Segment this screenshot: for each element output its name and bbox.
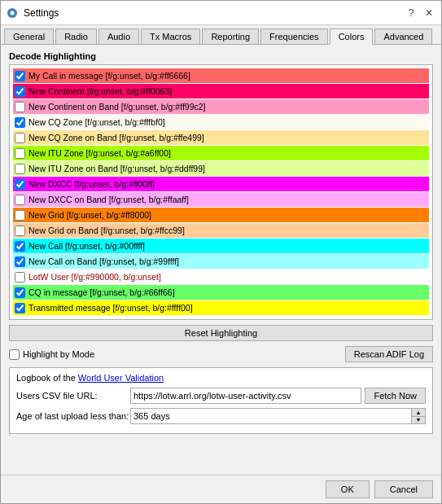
highlight-row-label: New Continent [f/g:unset, b/g:#ff0063] <box>28 86 172 96</box>
ok-button[interactable]: OK <box>326 480 370 498</box>
logbook-section: Logbook of the World User Validation Use… <box>9 367 433 434</box>
settings-icon <box>6 7 19 20</box>
highlight-row-checkbox-10[interactable] <box>15 226 25 236</box>
highlight-row-label: CQ in message [f/g:unset, b/g:#66ff66] <box>28 287 175 297</box>
close-button[interactable]: ✕ <box>422 6 436 20</box>
tab-tx-macros[interactable]: Tx Macros <box>141 28 200 44</box>
tab-advanced[interactable]: Advanced <box>374 28 432 44</box>
highlight-row: My Call in message [f/g:unset, b/g:#ff66… <box>13 68 429 83</box>
title-bar: Settings ? ✕ <box>1 1 441 25</box>
reset-highlighting-button[interactable]: Reset Highlighting <box>9 325 433 341</box>
highlight-row-label: New ITU Zone on Band [f/g:unset, b/g:#dd… <box>28 164 205 173</box>
highlight-row-checkbox-13[interactable] <box>15 272 25 283</box>
highlight-row-checkbox-5[interactable] <box>15 148 25 159</box>
decode-highlighting-label: Decode Highlighting <box>9 51 433 61</box>
cancel-button[interactable]: Cancel <box>374 480 433 498</box>
highlight-row-checkbox-0[interactable] <box>15 71 25 81</box>
highlight-row: New CQ Zone [f/g:unset, b/g:#fffbf0] <box>13 115 429 129</box>
footer: OK Cancel <box>1 475 441 503</box>
fetch-now-button[interactable]: Fetch Now <box>365 388 426 404</box>
tab-radio[interactable]: Radio <box>55 28 97 44</box>
highlight-row: New CQ Zone on Band [f/g:unset, b/g:#ffe… <box>13 130 429 145</box>
highlight-row-label: New CQ Zone [f/g:unset, b/g:#fffbf0] <box>28 117 165 127</box>
highlight-row: New Continent [f/g:unset, b/g:#ff0063] <box>13 84 429 99</box>
spinner-buttons: ▲ ▼ <box>412 408 426 424</box>
highlight-row-label: Transmitted message [f/g:unset, b/g:#fff… <box>28 303 193 313</box>
highlight-row-checkbox-12[interactable] <box>15 256 25 267</box>
highlight-row-label: New Grid on Band [f/g:unset, b/g:#ffcc99… <box>28 226 185 235</box>
csv-url-row: Users CSV file URL: Fetch Now <box>16 388 426 404</box>
highlight-row: New Continent on Band [f/g:unset, b/g:#f… <box>13 99 429 114</box>
rescan-adif-button[interactable]: Rescan ADIF Log <box>345 346 433 362</box>
age-spinner: ▲ ▼ <box>130 408 426 424</box>
age-label: Age of last upload less than: <box>16 411 130 421</box>
highlight-row: LotW User [f/g:#990000, b/g:unset] <box>13 270 429 284</box>
highlight-row-checkbox-14[interactable] <box>15 287 25 298</box>
highlight-mode-label: Highlight by Mode <box>23 349 94 359</box>
highlight-row-label: New ITU Zone [f/g:unset, b/g:#a6ff00] <box>28 148 171 158</box>
spinner-down-button[interactable]: ▼ <box>412 417 425 424</box>
highlight-row: New ITU Zone on Band [f/g:unset, b/g:#dd… <box>13 161 429 176</box>
logbook-title: Logbook of the World User Validation <box>16 373 426 383</box>
spinner-up-button[interactable]: ▲ <box>412 409 425 417</box>
tab-general[interactable]: General <box>4 28 54 44</box>
highlight-row-label: New Call [f/g:unset, b/g:#00ffff] <box>28 241 145 251</box>
highlight-row-label: New CQ Zone on Band [f/g:unset, b/g:#ffe… <box>28 133 204 142</box>
age-row: Age of last upload less than: ▲ ▼ <box>16 408 426 424</box>
highlight-row-checkbox-8[interactable] <box>15 195 25 205</box>
tab-audio[interactable]: Audio <box>98 28 139 44</box>
highlight-row: New DXCC [f/g:unset, b/g:#ff00ff] <box>13 177 429 191</box>
highlight-mode-row: Highlight by Mode Rescan ADIF Log <box>9 346 433 362</box>
csv-url-input[interactable] <box>130 388 361 404</box>
age-value-input[interactable] <box>130 408 412 424</box>
highlight-row-checkbox-9[interactable] <box>15 210 25 221</box>
highlight-row: New Grid [f/g:unset, b/g:#ff8000] <box>13 208 429 222</box>
highlight-row-checkbox-1[interactable] <box>15 86 25 97</box>
highlight-row-checkbox-3[interactable] <box>15 117 25 128</box>
highlight-row: New Call [f/g:unset, b/g:#00ffff] <box>13 239 429 253</box>
help-button[interactable]: ? <box>404 6 418 20</box>
tab-colors[interactable]: Colors <box>330 28 374 45</box>
main-content: Decode Highlighting My Call in message [… <box>1 45 441 475</box>
highlight-mode-checkbox[interactable] <box>9 349 20 360</box>
csv-label: Users CSV file URL: <box>16 391 130 401</box>
logbook-title-link[interactable]: World User Validation <box>78 373 164 383</box>
highlight-row-label: New Call on Band [f/g:unset, b/g:#99ffff… <box>28 256 179 266</box>
highlight-row-checkbox-11[interactable] <box>15 241 25 252</box>
highlight-row: New Call on Band [f/g:unset, b/g:#99ffff… <box>13 254 429 269</box>
highlight-row-label: LotW User [f/g:#990000, b/g:unset] <box>28 272 161 282</box>
highlight-row-checkbox-15[interactable] <box>15 303 25 313</box>
highlight-row-label: New Continent on Band [f/g:unset, b/g:#f… <box>28 102 206 112</box>
tab-bar: GeneralRadioAudioTx MacrosReportingFrequ… <box>1 25 441 45</box>
window-title: Settings <box>24 7 404 19</box>
highlight-row-checkbox-4[interactable] <box>15 133 25 143</box>
highlight-row: New Grid on Band [f/g:unset, b/g:#ffcc99… <box>13 223 429 238</box>
title-bar-controls: ? ✕ <box>404 6 436 20</box>
highlight-row-checkbox-6[interactable] <box>15 164 25 174</box>
highlight-row-checkbox-7[interactable] <box>15 179 25 190</box>
highlight-row: Transmitted message [f/g:unset, b/g:#fff… <box>13 300 429 315</box>
highlight-row-label: New DXCC [f/g:unset, b/g:#ff00ff] <box>28 179 155 189</box>
highlight-row-checkbox-2[interactable] <box>15 102 25 112</box>
highlight-row: CQ in message [f/g:unset, b/g:#66ff66] <box>13 285 429 300</box>
highlight-row-label: New Grid [f/g:unset, b/g:#ff8000] <box>28 210 151 220</box>
settings-window: Settings ? ✕ GeneralRadioAudioTx MacrosR… <box>0 0 442 504</box>
decode-highlighting-panel: My Call in message [f/g:unset, b/g:#ff66… <box>9 64 433 320</box>
tab-frequencies[interactable]: Frequencies <box>260 28 328 44</box>
tab-reporting[interactable]: Reporting <box>202 28 259 44</box>
highlight-row: New DXCC on Band [f/g:unset, b/g:#ffaaff… <box>13 192 429 207</box>
highlight-row-label: My Call in message [f/g:unset, b/g:#ff66… <box>28 71 190 81</box>
svg-point-1 <box>11 11 15 15</box>
highlight-row-label: New DXCC on Band [f/g:unset, b/g:#ffaaff… <box>28 195 189 204</box>
highlight-row: New ITU Zone [f/g:unset, b/g:#a6ff00] <box>13 146 429 160</box>
